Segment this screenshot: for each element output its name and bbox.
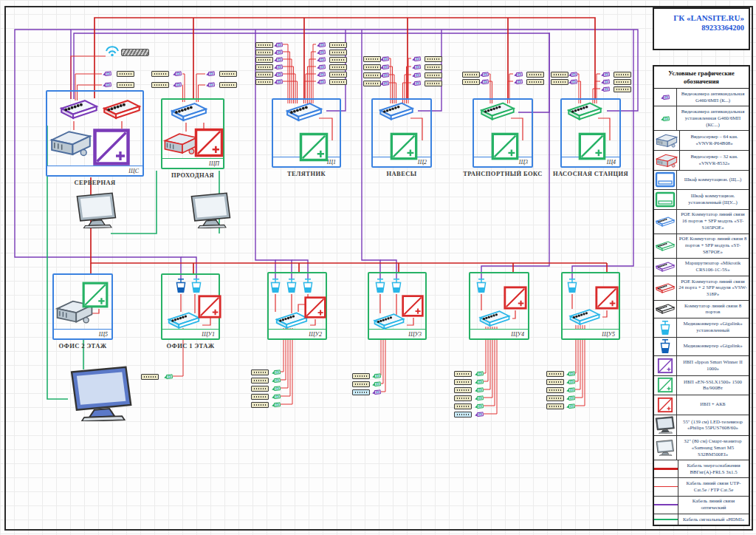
camera-purple-icon <box>568 71 578 78</box>
legend-item-label: Видеокамера антивандальная установленная… <box>677 106 749 130</box>
switch-cyan-icon <box>477 309 512 328</box>
cabinet-caption: ОФИС 2 ЭТАЖ <box>58 342 106 350</box>
legend-item-label: ИБП + АКБ <box>677 395 749 415</box>
camera-id-label <box>546 371 564 377</box>
mediaconverter-light-icon <box>654 318 677 337</box>
switch-black-icon <box>654 301 677 318</box>
camera-green-icon <box>566 370 576 377</box>
ups-red-icon <box>594 285 619 310</box>
legend-item-label: Видеосервер – 64 кан. «VNVR-P64B08» <box>680 131 749 150</box>
camera-id-label <box>352 389 370 395</box>
camera-purple-icon <box>568 78 578 85</box>
camera-id-label <box>454 371 472 377</box>
legend-item: Видеокамера антивандальная установленная… <box>654 106 749 131</box>
camera-id-label <box>546 379 564 385</box>
camera-id-label <box>462 79 480 85</box>
mediaconverter-dark-icon <box>175 278 187 293</box>
camera-green-icon <box>566 386 576 393</box>
camera-purple-icon <box>102 81 112 88</box>
camera-purple-icon <box>273 71 284 78</box>
camera-id-label <box>255 72 273 78</box>
camera-purple-icon <box>411 80 422 86</box>
camera-purple-icon <box>205 70 216 77</box>
camera-id-label <box>363 56 381 62</box>
cabinet-caption: ПРОХОДНАЯ <box>171 171 214 179</box>
camera-id-label <box>255 42 273 48</box>
legend-item: Медиаконвертер «Gigalink» установленный <box>654 318 749 338</box>
legend-item: Кабель энергоснабжения ВВГнг(А)-FRLS 3х1… <box>654 460 749 478</box>
switch-red-icon <box>100 98 143 121</box>
camera-purple-icon <box>379 72 390 78</box>
legend-item-label: POE Коммутатор линий связи 24 порта + 2 … <box>677 276 749 300</box>
legend-item: ИБП + АКБ <box>654 395 749 415</box>
switch-blue-icon <box>284 100 325 123</box>
cabinet-caption: НАСОСНАЯ СТАНЦИЯ <box>553 170 628 177</box>
legend-item: Видеокамера антивандальная G460/6МП (К..… <box>654 89 749 106</box>
camera-id-label <box>614 79 631 85</box>
mediaconverter-light-icon <box>391 278 402 293</box>
ups-red-icon <box>303 296 327 319</box>
ups-green-icon <box>577 132 607 161</box>
ups-red-icon <box>193 127 224 158</box>
ups-purple-icon <box>92 127 131 167</box>
cabinet-caption: ТЕЛЯТНИК <box>287 170 326 177</box>
camera-id-label <box>219 71 237 77</box>
camera-id-label <box>251 394 269 400</box>
legend-item: Шкаф коммутацион. (Щ...) <box>654 171 749 191</box>
camera-id-label <box>255 64 273 70</box>
camera-green-icon <box>163 373 173 380</box>
router-purple-icon <box>654 259 677 276</box>
ups-green-icon <box>298 132 329 163</box>
cabinet-blue-icon <box>654 171 677 190</box>
camera-green-icon <box>474 370 484 377</box>
legend-item-label: Шкаф коммутацион. установленный (ЩУ...) <box>677 190 749 209</box>
camera-purple-icon <box>316 64 326 70</box>
line-power-icon <box>654 460 678 477</box>
mediaconverter-light-icon <box>286 278 298 293</box>
camera-id-label <box>462 72 480 78</box>
monitor-icon <box>188 192 234 228</box>
switch-blue-icon <box>377 100 416 122</box>
camera-purple-icon <box>273 78 284 85</box>
legend-item-label: POE Коммутатор линий связи 8 портов + SF… <box>677 234 749 258</box>
camera-purple-icon <box>205 81 216 88</box>
ups-green-icon <box>490 132 520 161</box>
camera-purple-icon <box>411 55 422 62</box>
camera-id-label <box>546 395 564 401</box>
camera-id-label <box>526 79 544 85</box>
camera-id-label <box>454 412 472 418</box>
camera-purple-icon <box>316 49 326 55</box>
ups-red-icon <box>654 395 677 415</box>
camera-id-label <box>454 379 472 385</box>
company-phone: 89233364200 <box>659 24 744 32</box>
camera-green-icon <box>474 386 484 393</box>
wifi-icon <box>104 44 120 57</box>
legend-item-label: Медиаконвертер «Gigalink» <box>677 338 749 356</box>
legend-item-label: 32" (80 см) Смарт-монитор «Samsung Smart… <box>677 436 749 460</box>
camera-purple-icon <box>379 64 390 70</box>
cabinet-caption: СЕРВЕРНАЯ <box>74 179 115 186</box>
legend-item: ИБП «EN-SSLX1500» 1500 Ва/900Вт <box>654 376 749 396</box>
cabinet-code: Щ5 <box>54 329 111 338</box>
legend-item: 55" (139 см) LED-телевизор «Philips 55PU… <box>654 415 749 437</box>
camera-purple-icon <box>273 49 284 55</box>
line-optic-icon <box>654 497 678 514</box>
camera-id-label <box>526 72 544 78</box>
camera-id-label <box>454 403 472 409</box>
legend-item: POE Коммутатор линий связи 24 порта + 2 … <box>654 276 749 301</box>
camera-id-label <box>425 56 442 62</box>
camera-id-label <box>352 373 370 379</box>
company-name: ГК «LANSITE.RU» <box>659 13 744 22</box>
camera-green-icon <box>271 393 281 400</box>
camera-id-label <box>551 79 568 85</box>
legend-title: Условные графические обозначения <box>654 67 749 89</box>
legend-item: Маршрутизатор «Mikrotik CRS106-1C-5S» <box>654 259 749 276</box>
mediaconverter-light-icon <box>269 278 281 293</box>
camera-green-icon <box>271 369 281 375</box>
switch-blue-icon <box>654 210 677 234</box>
line-hdmi-icon <box>654 514 678 525</box>
camera-id-label <box>329 72 347 78</box>
camera-green-icon <box>566 403 576 409</box>
camera-id-label <box>151 71 169 77</box>
mediaconverter-light-icon <box>190 278 202 293</box>
